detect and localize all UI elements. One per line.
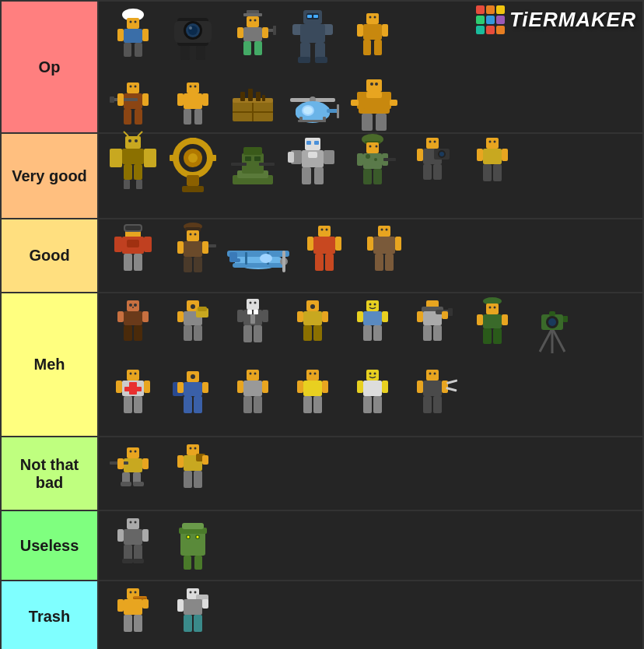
svg-rect-214: [127, 300, 139, 311]
svg-rect-218: [124, 311, 142, 325]
svg-rect-296: [184, 382, 202, 396]
list-item: [103, 586, 162, 648]
svg-rect-64: [202, 93, 208, 106]
svg-rect-117: [182, 186, 204, 192]
logo-cell-5: [486, 16, 495, 24]
svg-rect-156: [417, 149, 423, 161]
svg-rect-284: [127, 370, 139, 381]
svg-point-388: [189, 591, 191, 594]
list-item: [103, 442, 162, 504]
svg-rect-165: [483, 164, 492, 181]
svg-rect-324: [363, 396, 372, 413]
svg-rect-149: [426, 138, 439, 149]
svg-rect-17: [196, 46, 205, 60]
svg-rect-392: [177, 599, 184, 612]
svg-rect-313: [303, 381, 322, 396]
svg-rect-84: [299, 117, 303, 122]
svg-rect-290: [116, 381, 122, 393]
svg-point-232: [249, 302, 251, 304]
svg-point-15: [189, 26, 192, 30]
list-item: [403, 298, 461, 360]
list-item: [343, 6, 401, 68]
svg-rect-323: [382, 381, 388, 393]
tier-label-good: Good: [2, 219, 99, 292]
svg-point-200: [325, 228, 327, 230]
svg-rect-183: [177, 241, 184, 254]
svg-rect-82: [337, 104, 339, 118]
svg-rect-105: [124, 164, 132, 180]
svg-rect-44: [363, 24, 382, 40]
svg-line-276: [540, 328, 552, 352]
svg-rect-54: [110, 96, 114, 103]
svg-point-372: [196, 536, 198, 538]
svg-rect-123: [231, 163, 247, 166]
tier-row-good: Good: [2, 219, 642, 293]
svg-rect-382: [124, 599, 142, 615]
svg-rect-228: [177, 311, 184, 322]
op-row-items-2: [102, 74, 639, 139]
svg-rect-185: [184, 257, 192, 272]
svg-rect-220: [142, 311, 149, 322]
svg-point-143: [374, 158, 377, 161]
tier-content-not-that-bad: [99, 437, 642, 510]
svg-rect-162: [483, 149, 502, 164]
svg-rect-265: [423, 325, 432, 341]
svg-rect-231: [247, 299, 259, 310]
list-item: [103, 298, 162, 360]
svg-rect-6: [117, 29, 124, 41]
svg-rect-310: [306, 370, 319, 381]
svg-rect-302: [247, 370, 259, 381]
list-item: [103, 224, 162, 286]
svg-rect-353: [202, 455, 208, 465]
list-item: [223, 139, 282, 201]
svg-rect-8: [124, 43, 131, 57]
svg-point-179: [189, 233, 191, 235]
svg-rect-194: [282, 251, 285, 272]
tier-label-op: Op: [2, 2, 99, 132]
svg-point-224: [191, 304, 195, 309]
svg-rect-230: [194, 325, 202, 341]
svg-rect-330: [417, 381, 423, 393]
svg-rect-356: [127, 518, 139, 529]
logo-grid: [476, 5, 505, 34]
tier-row-meh: Meh: [2, 293, 642, 437]
svg-point-270: [493, 307, 495, 309]
svg-point-98: [128, 139, 131, 142]
svg-rect-103: [110, 149, 122, 167]
list-item: [163, 586, 222, 648]
svg-point-217: [132, 307, 134, 308]
tier-label-meh: Meh: [2, 293, 99, 436]
svg-rect-59: [187, 82, 199, 93]
svg-rect-72: [248, 89, 253, 101]
svg-rect-48: [374, 40, 382, 55]
svg-rect-97: [125, 136, 141, 149]
list-item: [403, 139, 461, 201]
svg-point-286: [134, 373, 136, 375]
svg-rect-253: [363, 311, 382, 325]
svg-point-389: [194, 591, 196, 594]
svg-rect-46: [382, 24, 388, 37]
svg-point-111: [188, 153, 198, 163]
svg-rect-239: [237, 310, 243, 322]
svg-rect-25: [273, 26, 276, 35]
list-item: [223, 75, 282, 138]
svg-point-269: [488, 307, 491, 309]
svg-line-278: [552, 328, 565, 352]
svg-point-371: [187, 536, 189, 538]
svg-rect-373: [184, 556, 191, 570]
svg-rect-33: [313, 15, 318, 18]
svg-rect-135: [314, 167, 324, 184]
svg-point-349: [194, 447, 196, 450]
svg-rect-256: [363, 325, 372, 341]
svg-rect-308: [243, 396, 252, 413]
svg-rect-90: [366, 92, 382, 98]
svg-point-99: [135, 139, 138, 142]
svg-rect-28: [243, 41, 251, 55]
svg-rect-359: [124, 529, 142, 545]
svg-rect-336: [127, 447, 139, 458]
svg-rect-342: [142, 458, 149, 469]
svg-point-208: [385, 228, 387, 230]
svg-rect-94: [390, 100, 397, 106]
svg-rect-173: [144, 237, 152, 252]
svg-rect-318: [366, 370, 379, 381]
